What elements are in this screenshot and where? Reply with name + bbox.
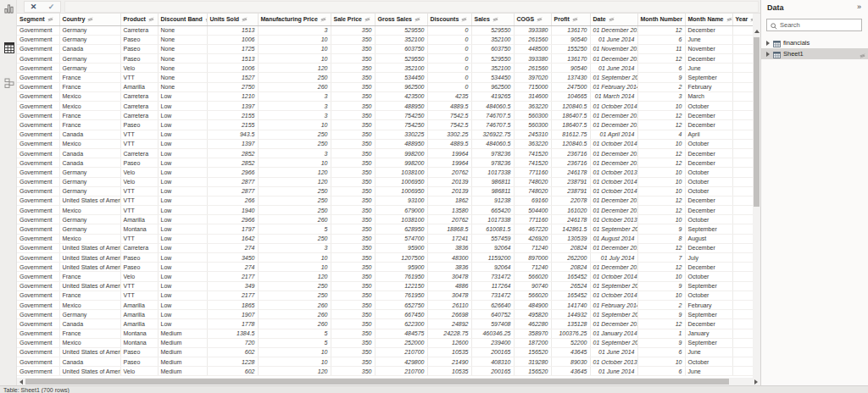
table-cell[interactable]: 01 December 2014 (590, 111, 637, 120)
table-cell[interactable]: 69160 (514, 196, 551, 205)
table-cell[interactable]: 11 (637, 44, 685, 53)
table-cell[interactable]: 741520 (514, 148, 551, 158)
table-cell[interactable]: 120 (258, 177, 331, 186)
table-cell[interactable]: Government (17, 300, 59, 309)
table-cell[interactable]: Velo (120, 272, 158, 281)
table-cell[interactable]: Government (17, 120, 59, 130)
table-cell[interactable]: Canada (59, 130, 120, 139)
chevron-right-icon[interactable] (766, 41, 770, 46)
table-cell[interactable]: 1513 (207, 25, 258, 35)
table-cell[interactable]: 250 (258, 196, 331, 205)
table-cell[interactable]: 12 (637, 196, 685, 205)
table-cell[interactable]: 246178 (551, 168, 590, 177)
table-cell[interactable]: 130539 (551, 234, 590, 243)
table-cell[interactable]: 01 August 2014 (590, 234, 637, 243)
table-cell[interactable]: October (685, 139, 732, 148)
table-cell[interactable]: 652750 (375, 300, 427, 309)
column-header-discount-band[interactable]: Discount Band (158, 14, 207, 25)
table-cell[interactable]: 349 (207, 281, 258, 291)
table-cell[interactable]: 330225 (375, 130, 427, 139)
table-cell[interactable]: 603750 (375, 44, 427, 53)
table-cell[interactable]: 7 (637, 253, 685, 263)
table-cell[interactable]: 534450 (375, 73, 427, 82)
table-cell[interactable]: December (685, 196, 732, 205)
table-cell[interactable]: 30478 (427, 291, 471, 300)
table-cell[interactable]: United States of America (59, 196, 120, 205)
table-cell[interactable]: July (685, 253, 732, 263)
table-cell[interactable]: 350 (331, 291, 375, 300)
table-cell[interactable]: 761950 (375, 291, 427, 300)
table-cell[interactable]: 01 January 2014 (590, 329, 637, 338)
table-cell[interactable]: 4 (637, 130, 685, 139)
table-cell[interactable]: 3 (258, 102, 331, 111)
table-cell[interactable]: United States of America (59, 263, 120, 272)
table-cell[interactable]: November (685, 44, 732, 53)
model-view-button[interactable] (3, 78, 15, 90)
table-cell[interactable]: 247500 (551, 82, 590, 91)
table-cell[interactable]: 448500 (514, 44, 551, 53)
table-cell[interactable]: 01 February 2014 (590, 300, 637, 309)
table-cell[interactable]: December (685, 243, 732, 252)
table-cell[interactable]: Government (17, 186, 59, 196)
table-cell[interactable]: Government (17, 139, 59, 148)
table-cell[interactable]: Government (17, 243, 59, 252)
table-cell[interactable]: United States of America (59, 347, 120, 357)
table-cell[interactable]: December (685, 111, 732, 120)
table-cell[interactable]: 120840.5 (551, 102, 590, 111)
table-cell[interactable]: 350 (331, 102, 375, 111)
table-cell[interactable]: 1006 (207, 35, 258, 44)
table-cell[interactable]: 3 (258, 243, 331, 252)
table-cell[interactable]: 529550 (375, 25, 427, 35)
table-cell[interactable]: 10 (637, 272, 685, 281)
data-view-button[interactable] (3, 43, 15, 55)
table-cell[interactable]: 1017338 (471, 215, 514, 224)
table-cell[interactable]: 1017338 (471, 168, 514, 177)
table-cell[interactable]: 2852 (207, 158, 258, 168)
table-cell[interactable]: December (685, 263, 732, 272)
search-input[interactable] (780, 21, 856, 29)
table-cell[interactable]: 01 December 2013 (590, 206, 637, 215)
horizontal-scrollbar[interactable] (17, 378, 760, 385)
table-cell[interactable]: 6 (637, 367, 685, 376)
table-cell[interactable] (732, 54, 753, 64)
table-cell[interactable]: Government (17, 35, 59, 44)
table-cell[interactable]: 350 (331, 329, 375, 338)
table-cell[interactable]: France (59, 329, 120, 338)
table-cell[interactable]: Carretera (120, 111, 158, 120)
table-cell[interactable]: 19964 (427, 158, 471, 168)
table-cell[interactable]: 0 (427, 82, 471, 91)
table-cell[interactable]: August (685, 234, 732, 243)
table-cell[interactable]: 10535 (427, 347, 471, 357)
table-cell[interactable]: France (59, 82, 120, 91)
table-cell[interactable]: 2 (637, 300, 685, 309)
table-cell[interactable] (732, 253, 753, 263)
table-cell[interactable]: September (685, 224, 732, 234)
table-cell[interactable]: 155250 (551, 44, 590, 53)
table-cell[interactable]: 350 (331, 357, 375, 367)
table-cell[interactable]: 250 (258, 281, 331, 291)
table-cell[interactable]: Government (17, 102, 59, 111)
table-cell[interactable]: September (685, 310, 732, 319)
table-cell[interactable]: 484900 (514, 300, 551, 309)
table-cell[interactable]: Low (158, 234, 207, 243)
table-cell[interactable]: 529550 (375, 54, 427, 64)
table-cell[interactable] (732, 300, 753, 309)
table-cell[interactable]: Low (158, 319, 207, 329)
table-cell[interactable]: Government (17, 44, 59, 53)
table-cell[interactable]: 978236 (471, 148, 514, 158)
table-cell[interactable]: Government (17, 158, 59, 168)
table-cell[interactable]: Paseo (120, 54, 158, 64)
table-cell[interactable]: 12 (637, 158, 685, 168)
table-cell[interactable]: Amarilla (120, 215, 158, 224)
table-cell[interactable]: 986811 (471, 177, 514, 186)
table-cell[interactable] (732, 357, 753, 367)
table-cell[interactable]: Low (158, 130, 207, 139)
table-cell[interactable]: 350 (331, 73, 375, 82)
table-cell[interactable]: 24892 (427, 319, 471, 329)
table-cell[interactable]: Low (158, 168, 207, 177)
table-cell[interactable]: 5 (258, 224, 331, 234)
table-cell[interactable] (732, 130, 753, 139)
table-cell[interactable]: 4235 (427, 91, 471, 101)
table-cell[interactable]: 246178 (551, 215, 590, 224)
table-cell[interactable]: 187200 (514, 338, 551, 347)
